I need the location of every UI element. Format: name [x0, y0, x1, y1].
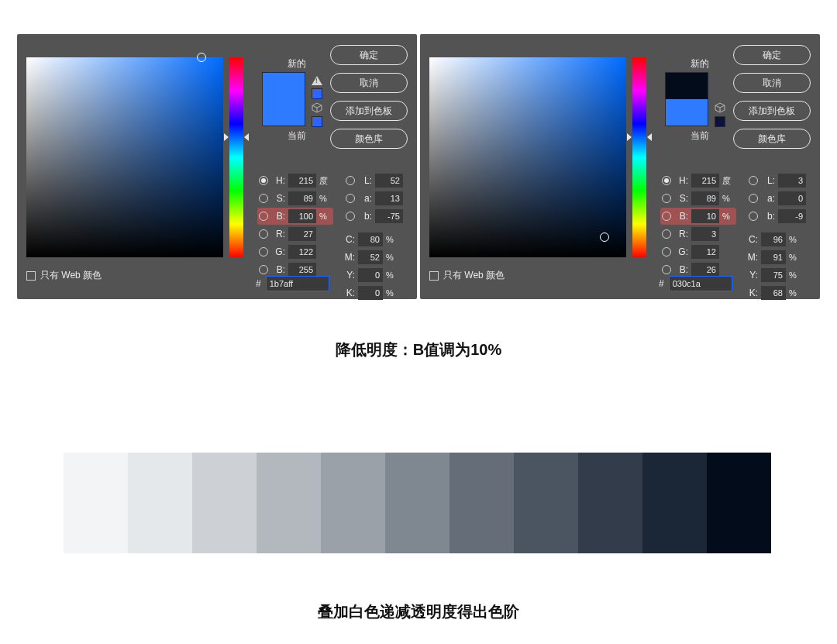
web-only-label: 只有 Web 颜色: [443, 269, 505, 282]
hex-input[interactable]: [669, 276, 732, 291]
gamut-warning-icon[interactable]: [312, 76, 322, 85]
cancel-button[interactable]: 取消: [733, 73, 811, 93]
hue-slider[interactable]: [632, 57, 646, 257]
a-input[interactable]: [778, 191, 806, 205]
bb-input[interactable]: [288, 263, 316, 277]
hash-label: #: [659, 278, 664, 289]
s-input[interactable]: [288, 191, 316, 205]
b-input[interactable]: [288, 209, 316, 223]
swatch-current: [666, 99, 708, 126]
web-only-checkbox[interactable]: [26, 271, 36, 281]
color-swatch[interactable]: [262, 72, 305, 126]
hex-input[interactable]: [266, 276, 329, 291]
cancel-button[interactable]: 取消: [330, 73, 408, 93]
websafe-cube-icon[interactable]: [312, 102, 322, 113]
g-input[interactable]: [288, 245, 316, 259]
radio-g[interactable]: [662, 247, 671, 257]
ok-button[interactable]: 确定: [733, 45, 811, 65]
hue-slider[interactable]: [229, 57, 243, 257]
radio-bb[interactable]: [662, 265, 671, 274]
swatch-current: [263, 99, 305, 126]
gradient-swatch: [642, 453, 707, 553]
gradient-swatch: [321, 453, 385, 553]
gradient-swatch: [578, 453, 642, 553]
h-input[interactable]: [288, 174, 316, 188]
new-label: 新的: [256, 57, 338, 71]
radio-h[interactable]: [259, 176, 268, 185]
hue-arrow-left-icon: [224, 133, 229, 141]
radio-l[interactable]: [749, 176, 758, 185]
gradient-swatch: [707, 453, 771, 553]
add-swatch-button[interactable]: 添加到色板: [330, 101, 408, 121]
bl-input[interactable]: [375, 209, 403, 223]
gradient-swatch: [257, 453, 321, 553]
websafe-cube-icon[interactable]: [715, 102, 725, 113]
add-swatch-button[interactable]: 添加到色板: [733, 101, 811, 121]
radio-a[interactable]: [346, 194, 355, 203]
hue-arrow-left-icon: [627, 133, 632, 141]
caption-overlay: 叠加白色递减透明度得出色阶: [0, 601, 837, 622]
m-input[interactable]: [358, 250, 383, 264]
r-input[interactable]: [691, 227, 719, 241]
color-library-button[interactable]: 颜色库: [330, 129, 408, 149]
color-swatch[interactable]: [665, 72, 708, 126]
svg-line-5: [715, 105, 720, 108]
l-input[interactable]: [778, 174, 806, 188]
radio-r[interactable]: [259, 229, 268, 239]
gradient-swatch: [385, 453, 450, 553]
web-only-label: 只有 Web 颜色: [40, 269, 102, 282]
websafe-swatch[interactable]: [312, 116, 322, 127]
radio-g[interactable]: [259, 247, 268, 257]
radio-s[interactable]: [662, 194, 671, 203]
radio-a[interactable]: [749, 194, 758, 203]
b-input[interactable]: [691, 209, 719, 223]
k-input[interactable]: [358, 286, 383, 300]
s-input[interactable]: [691, 191, 719, 205]
gradient-swatch: [128, 453, 192, 553]
radio-s[interactable]: [259, 194, 268, 203]
new-label: 新的: [659, 57, 741, 71]
ok-button[interactable]: 确定: [330, 45, 408, 65]
k-input[interactable]: [761, 286, 786, 300]
l-input[interactable]: [375, 174, 403, 188]
current-label: 当前: [659, 129, 741, 143]
sv-field[interactable]: [429, 57, 626, 257]
color-picker-right: 新的 当前 确定 取消 添加到色板 颜色库 H:度 S:% B:% R:: [420, 34, 820, 299]
color-library-button[interactable]: 颜色库: [733, 129, 811, 149]
radio-r[interactable]: [662, 229, 671, 239]
websafe-swatch[interactable]: [715, 116, 725, 127]
gradient-swatch: [514, 453, 578, 553]
c-input[interactable]: [761, 232, 786, 246]
swatch-new: [263, 73, 305, 99]
radio-bl[interactable]: [346, 212, 355, 221]
radio-bl[interactable]: [749, 212, 758, 221]
gradient-swatch: [192, 453, 257, 553]
gradient-swatch-row: [64, 453, 771, 553]
radio-b[interactable]: [259, 212, 268, 221]
color-picker-left: 新的 当前 确定 取消 添加到色板 颜色库 H:度 S:%: [17, 34, 417, 299]
h-input[interactable]: [691, 174, 719, 188]
hue-arrow-right-icon: [244, 133, 249, 141]
radio-l[interactable]: [346, 176, 355, 185]
bl-input[interactable]: [778, 209, 806, 223]
hash-label: #: [256, 278, 261, 289]
y-input[interactable]: [761, 268, 786, 282]
gradient-swatch: [450, 453, 514, 553]
current-label: 当前: [256, 129, 338, 143]
radio-h[interactable]: [662, 176, 671, 185]
r-input[interactable]: [288, 227, 316, 241]
gradient-swatch: [64, 453, 128, 553]
svg-line-1: [312, 105, 317, 108]
y-input[interactable]: [358, 268, 383, 282]
bb-input[interactable]: [691, 263, 719, 277]
a-input[interactable]: [375, 191, 403, 205]
sv-field[interactable]: [26, 57, 223, 257]
radio-bb[interactable]: [259, 265, 268, 274]
c-input[interactable]: [358, 232, 383, 246]
m-input[interactable]: [761, 250, 786, 264]
web-only-checkbox[interactable]: [429, 271, 439, 281]
gamut-swatch[interactable]: [312, 88, 322, 99]
radio-b[interactable]: [662, 212, 671, 221]
hue-arrow-right-icon: [647, 133, 652, 141]
g-input[interactable]: [691, 245, 719, 259]
